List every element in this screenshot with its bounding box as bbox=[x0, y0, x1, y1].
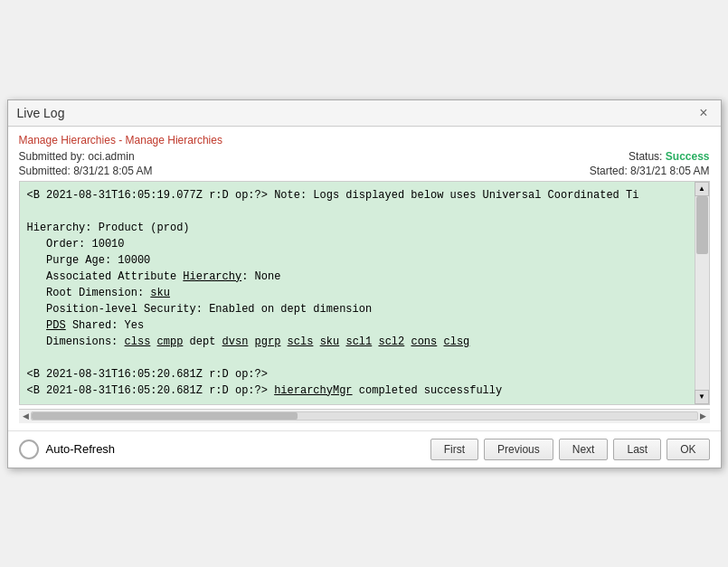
previous-button[interactable]: Previous bbox=[484, 439, 553, 460]
footer: Auto-Refresh First Previous Next Last OK bbox=[8, 430, 721, 468]
info-left: Submitted by: oci.admin Submitted: 8/31/… bbox=[19, 150, 153, 177]
horizontal-scrollbar[interactable]: ◀ ▶ bbox=[19, 409, 710, 423]
scroll-thumb bbox=[696, 196, 708, 254]
log-line-blank2 bbox=[27, 352, 33, 364]
status-row: Status: Success bbox=[629, 150, 709, 163]
log-line-dims: Dimensions: clss cmpp dept dvsn pgrp scl… bbox=[27, 335, 470, 348]
h-scroll-thumb bbox=[32, 412, 298, 420]
log-line-purge: Purge Age: 10000 bbox=[27, 254, 151, 267]
footer-buttons: First Previous Next Last OK bbox=[430, 439, 710, 460]
breadcrumb: Manage Hierarchies - Manage Hierarchies bbox=[19, 134, 710, 146]
dialog-title: Live Log bbox=[17, 106, 65, 120]
log-line-blank1 bbox=[27, 205, 33, 218]
submitted-date: Submitted: 8/31/21 8:05 AM bbox=[19, 165, 153, 177]
live-log-dialog: Live Log × Manage Hierarchies - Manage H… bbox=[7, 99, 722, 468]
status-value: Success bbox=[666, 150, 710, 163]
next-button[interactable]: Next bbox=[559, 439, 609, 460]
scroll-up-button[interactable]: ▲ bbox=[695, 182, 709, 196]
h-scroll-right[interactable]: ▶ bbox=[698, 411, 708, 421]
log-line-hierarchy: Hierarchy: Product (prod) bbox=[27, 222, 190, 234]
log-line-root: Root Dimension: sku bbox=[27, 287, 170, 299]
started-date: Started: 8/31/21 8:05 AM bbox=[590, 165, 710, 177]
log-content: <B 2021-08-31T16:05:19.077Z r:D op:?> No… bbox=[20, 182, 709, 404]
submitted-by: Submitted by: oci.admin bbox=[19, 150, 153, 163]
vertical-scrollbar[interactable]: ▲ ▼ bbox=[695, 182, 709, 404]
first-button[interactable]: First bbox=[430, 439, 478, 460]
ok-button[interactable]: OK bbox=[667, 439, 709, 460]
dialog-body: Manage Hierarchies - Manage Hierarchies … bbox=[8, 127, 721, 430]
auto-refresh-toggle[interactable] bbox=[19, 439, 39, 459]
log-line-3: <B 2021-08-31T16:05:20.681Z r:D op:?> hi… bbox=[27, 384, 503, 397]
log-line-security: Position-level Security: Enabled on dept… bbox=[27, 303, 373, 316]
scroll-track[interactable] bbox=[695, 196, 709, 390]
log-line-order: Order: 10010 bbox=[27, 238, 125, 250]
status-label: Status: bbox=[629, 150, 662, 163]
log-line-1: <B 2021-08-31T16:05:19.077Z r:D op:?> No… bbox=[27, 189, 639, 202]
log-line-2: <B 2021-08-31T16:05:20.681Z r:D op:?> bbox=[27, 368, 268, 381]
h-scroll-left[interactable]: ◀ bbox=[21, 411, 31, 421]
info-row: Submitted by: oci.admin Submitted: 8/31/… bbox=[19, 150, 710, 177]
last-button[interactable]: Last bbox=[613, 439, 661, 460]
footer-left: Auto-Refresh bbox=[19, 439, 116, 459]
log-wrapper: <B 2021-08-31T16:05:19.077Z r:D op:?> No… bbox=[19, 181, 710, 409]
log-line-pds: PDS Shared: Yes bbox=[27, 319, 145, 332]
close-button[interactable]: × bbox=[695, 106, 711, 120]
log-container[interactable]: <B 2021-08-31T16:05:19.077Z r:D op:?> No… bbox=[19, 181, 710, 405]
scroll-down-button[interactable]: ▼ bbox=[695, 390, 709, 404]
log-line-assoc: Associated Attribute Hierarchy: None bbox=[27, 270, 281, 283]
h-scroll-track[interactable] bbox=[31, 411, 698, 421]
title-bar: Live Log × bbox=[8, 100, 721, 127]
auto-refresh-label: Auto-Refresh bbox=[46, 442, 116, 456]
info-right: Status: Success Started: 8/31/21 8:05 AM bbox=[590, 150, 710, 177]
